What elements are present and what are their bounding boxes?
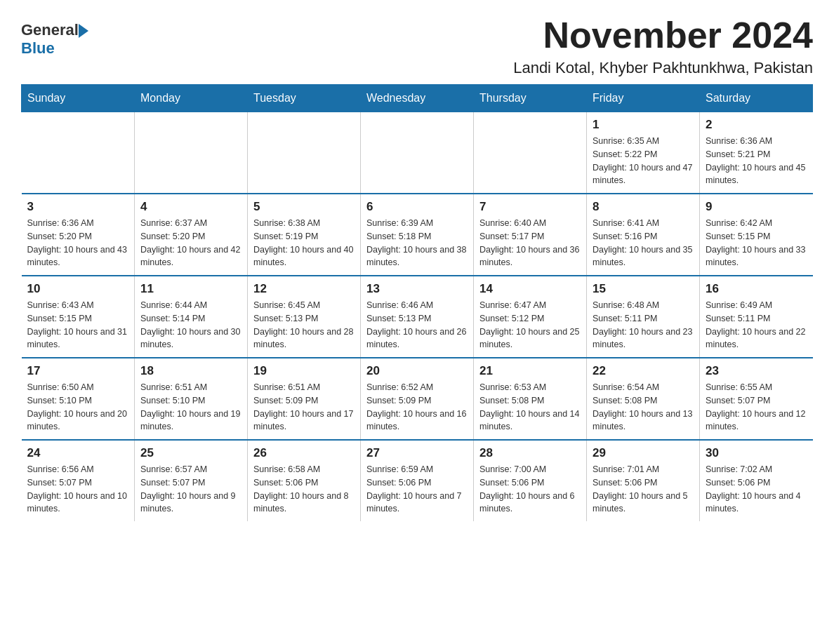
week-row-5: 24Sunrise: 6:56 AMSunset: 5:07 PMDayligh…	[22, 440, 813, 521]
day-info: Sunrise: 7:00 AMSunset: 5:06 PMDaylight:…	[479, 463, 581, 516]
calendar-cell: 28Sunrise: 7:00 AMSunset: 5:06 PMDayligh…	[474, 440, 587, 521]
title-area: November 2024 Landi Kotal, Khyber Pakhtu…	[513, 14, 813, 77]
day-number: 22	[593, 364, 694, 378]
day-number: 2	[706, 118, 807, 132]
day-info: Sunrise: 6:59 AMSunset: 5:06 PMDaylight:…	[366, 463, 468, 516]
calendar-cell: 4Sunrise: 6:37 AMSunset: 5:20 PMDaylight…	[135, 194, 248, 276]
day-number: 29	[593, 446, 694, 460]
day-number: 17	[27, 364, 129, 378]
calendar-cell: 30Sunrise: 7:02 AMSunset: 5:06 PMDayligh…	[700, 440, 813, 521]
day-info: Sunrise: 6:51 AMSunset: 5:10 PMDaylight:…	[140, 381, 241, 434]
day-number: 23	[706, 364, 807, 378]
logo: General Blue	[21, 21, 88, 58]
day-number: 30	[706, 446, 807, 460]
calendar-cell: 19Sunrise: 6:51 AMSunset: 5:09 PMDayligh…	[248, 358, 361, 440]
logo-blue-text: Blue	[21, 39, 55, 58]
calendar-cell	[135, 112, 248, 194]
header-day-sunday: Sunday	[22, 85, 135, 112]
day-info: Sunrise: 6:38 AMSunset: 5:19 PMDaylight:…	[253, 217, 355, 269]
month-title: November 2024	[513, 14, 813, 56]
day-info: Sunrise: 6:46 AMSunset: 5:13 PMDaylight:…	[366, 299, 468, 351]
calendar-cell: 10Sunrise: 6:43 AMSunset: 5:15 PMDayligh…	[22, 276, 135, 358]
day-number: 8	[593, 200, 694, 214]
day-info: Sunrise: 6:42 AMSunset: 5:15 PMDaylight:…	[706, 217, 807, 269]
calendar-cell: 15Sunrise: 6:48 AMSunset: 5:11 PMDayligh…	[587, 276, 700, 358]
calendar-cell: 17Sunrise: 6:50 AMSunset: 5:10 PMDayligh…	[22, 358, 135, 440]
calendar-cell	[248, 112, 361, 194]
day-number: 14	[479, 282, 581, 296]
day-info: Sunrise: 7:02 AMSunset: 5:06 PMDaylight:…	[706, 463, 807, 516]
day-number: 12	[253, 282, 355, 296]
day-number: 28	[479, 446, 581, 460]
day-number: 4	[140, 200, 241, 214]
header-day-thursday: Thursday	[474, 85, 587, 112]
day-number: 20	[366, 364, 468, 378]
day-number: 15	[593, 282, 694, 296]
calendar-cell: 13Sunrise: 6:46 AMSunset: 5:13 PMDayligh…	[361, 276, 474, 358]
day-info: Sunrise: 6:52 AMSunset: 5:09 PMDaylight:…	[366, 381, 468, 434]
day-info: Sunrise: 6:53 AMSunset: 5:08 PMDaylight:…	[479, 381, 581, 434]
day-info: Sunrise: 6:47 AMSunset: 5:12 PMDaylight:…	[479, 299, 581, 351]
day-info: Sunrise: 6:40 AMSunset: 5:17 PMDaylight:…	[479, 217, 581, 269]
header-day-tuesday: Tuesday	[248, 85, 361, 112]
day-info: Sunrise: 6:48 AMSunset: 5:11 PMDaylight:…	[593, 299, 694, 351]
day-number: 13	[366, 282, 468, 296]
header: General Blue November 2024 Landi Kotal, …	[21, 14, 813, 77]
day-number: 19	[253, 364, 355, 378]
calendar-cell: 21Sunrise: 6:53 AMSunset: 5:08 PMDayligh…	[474, 358, 587, 440]
day-info: Sunrise: 6:55 AMSunset: 5:07 PMDaylight:…	[706, 381, 807, 434]
day-info: Sunrise: 7:01 AMSunset: 5:06 PMDaylight:…	[593, 463, 694, 516]
calendar-cell: 23Sunrise: 6:55 AMSunset: 5:07 PMDayligh…	[700, 358, 813, 440]
header-day-saturday: Saturday	[700, 85, 813, 112]
calendar-cell: 11Sunrise: 6:44 AMSunset: 5:14 PMDayligh…	[135, 276, 248, 358]
day-number: 7	[479, 200, 581, 214]
calendar-cell	[22, 112, 135, 194]
day-number: 16	[706, 282, 807, 296]
day-info: Sunrise: 6:36 AMSunset: 5:20 PMDaylight:…	[27, 217, 129, 269]
header-day-monday: Monday	[135, 85, 248, 112]
calendar-cell: 26Sunrise: 6:58 AMSunset: 5:06 PMDayligh…	[248, 440, 361, 521]
day-number: 10	[27, 282, 129, 296]
calendar-table: SundayMondayTuesdayWednesdayThursdayFrid…	[21, 84, 813, 521]
day-number: 26	[253, 446, 355, 460]
day-number: 25	[140, 446, 241, 460]
header-day-friday: Friday	[587, 85, 700, 112]
day-number: 18	[140, 364, 241, 378]
day-number: 6	[366, 200, 468, 214]
day-info: Sunrise: 6:58 AMSunset: 5:06 PMDaylight:…	[253, 463, 355, 516]
day-info: Sunrise: 6:39 AMSunset: 5:18 PMDaylight:…	[366, 217, 468, 269]
calendar-cell: 16Sunrise: 6:49 AMSunset: 5:11 PMDayligh…	[700, 276, 813, 358]
location-title: Landi Kotal, Khyber Pakhtunkhwa, Pakista…	[513, 59, 813, 77]
day-info: Sunrise: 6:51 AMSunset: 5:09 PMDaylight:…	[253, 381, 355, 434]
calendar-cell: 22Sunrise: 6:54 AMSunset: 5:08 PMDayligh…	[587, 358, 700, 440]
calendar-cell: 1Sunrise: 6:35 AMSunset: 5:22 PMDaylight…	[587, 112, 700, 194]
day-number: 9	[706, 200, 807, 214]
day-info: Sunrise: 6:45 AMSunset: 5:13 PMDaylight:…	[253, 299, 355, 351]
calendar-cell	[474, 112, 587, 194]
calendar-cell: 27Sunrise: 6:59 AMSunset: 5:06 PMDayligh…	[361, 440, 474, 521]
calendar-cell: 14Sunrise: 6:47 AMSunset: 5:12 PMDayligh…	[474, 276, 587, 358]
calendar-cell: 6Sunrise: 6:39 AMSunset: 5:18 PMDaylight…	[361, 194, 474, 276]
day-info: Sunrise: 6:54 AMSunset: 5:08 PMDaylight:…	[593, 381, 694, 434]
day-number: 1	[593, 118, 694, 132]
week-row-2: 3Sunrise: 6:36 AMSunset: 5:20 PMDaylight…	[22, 194, 813, 276]
header-day-wednesday: Wednesday	[361, 85, 474, 112]
day-number: 11	[140, 282, 241, 296]
calendar-cell: 18Sunrise: 6:51 AMSunset: 5:10 PMDayligh…	[135, 358, 248, 440]
day-info: Sunrise: 6:43 AMSunset: 5:15 PMDaylight:…	[27, 299, 129, 351]
day-info: Sunrise: 6:49 AMSunset: 5:11 PMDaylight:…	[706, 299, 807, 351]
day-info: Sunrise: 6:56 AMSunset: 5:07 PMDaylight:…	[27, 463, 129, 516]
day-number: 27	[366, 446, 468, 460]
calendar-cell: 12Sunrise: 6:45 AMSunset: 5:13 PMDayligh…	[248, 276, 361, 358]
day-info: Sunrise: 6:37 AMSunset: 5:20 PMDaylight:…	[140, 217, 241, 269]
week-row-3: 10Sunrise: 6:43 AMSunset: 5:15 PMDayligh…	[22, 276, 813, 358]
day-info: Sunrise: 6:41 AMSunset: 5:16 PMDaylight:…	[593, 217, 694, 269]
day-info: Sunrise: 6:35 AMSunset: 5:22 PMDaylight:…	[593, 135, 694, 187]
week-row-4: 17Sunrise: 6:50 AMSunset: 5:10 PMDayligh…	[22, 358, 813, 440]
logo-arrow-icon	[79, 24, 88, 38]
calendar-cell	[361, 112, 474, 194]
day-info: Sunrise: 6:44 AMSunset: 5:14 PMDaylight:…	[140, 299, 241, 351]
day-info: Sunrise: 6:50 AMSunset: 5:10 PMDaylight:…	[27, 381, 129, 434]
calendar-cell: 29Sunrise: 7:01 AMSunset: 5:06 PMDayligh…	[587, 440, 700, 521]
header-row: SundayMondayTuesdayWednesdayThursdayFrid…	[22, 85, 813, 112]
